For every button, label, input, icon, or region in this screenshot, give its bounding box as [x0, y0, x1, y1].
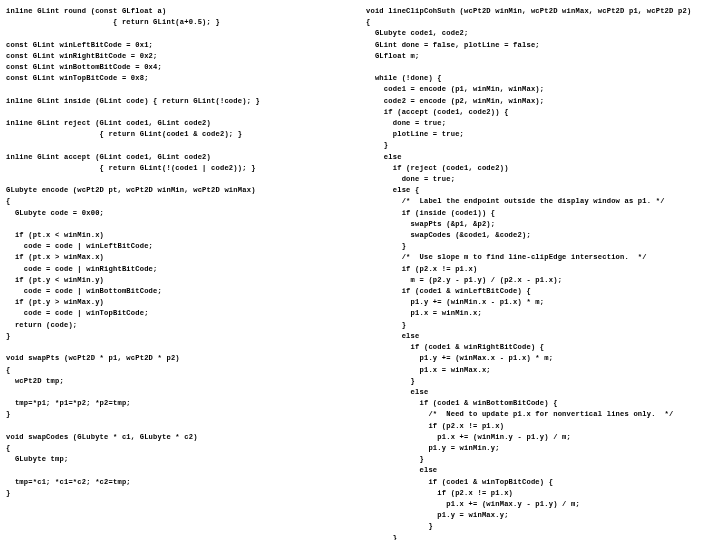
right-code-column: void lineClipCohSuth (wcPt2D winMin, wcP…	[366, 6, 714, 534]
code-page: inline GLint round (const GLfloat a) { r…	[0, 0, 720, 540]
left-code-column: inline GLint round (const GLfloat a) { r…	[6, 6, 354, 534]
